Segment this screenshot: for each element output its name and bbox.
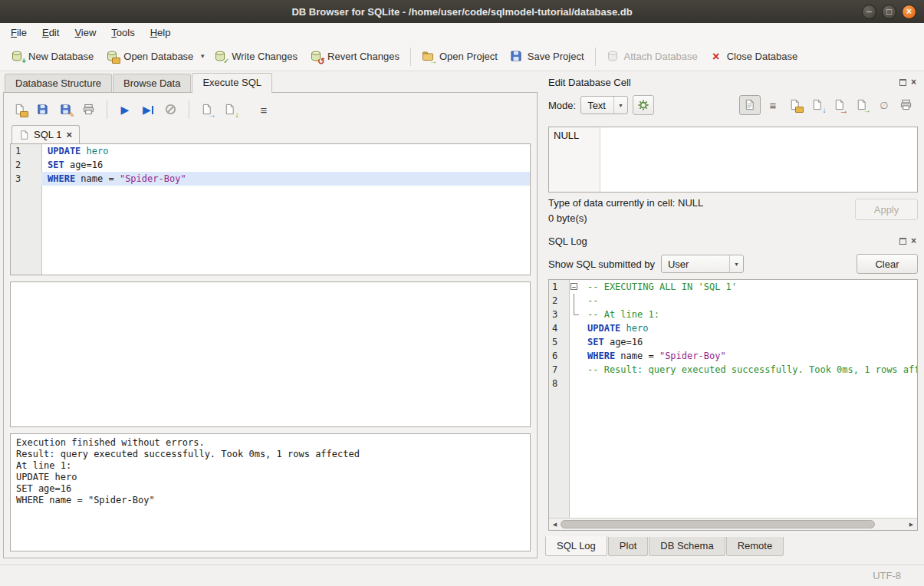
maximize-button[interactable]: □ [882,5,896,19]
code-line[interactable]: 8 [549,377,917,390]
open-sql-file-icon [14,104,27,117]
text-mode-button[interactable] [739,95,761,115]
format-sql-button[interactable]: ≡ [254,100,274,119]
code-text: WHERE name = "Spider-Boy" [581,349,917,363]
code-line[interactable]: 7-- Result: query executed successfully.… [549,363,917,377]
sql-log-lines: 1−-- EXECUTING ALL IN 'SQL 1'2--3-- At l… [549,280,917,390]
submitted-by-select[interactable]: User ▼ [661,255,744,273]
export-data-button[interactable]: → [852,96,872,114]
menu-help[interactable]: Help [143,25,179,41]
write-changes-button[interactable]: ✓ Write Changes [208,46,304,67]
close-button[interactable]: × [902,5,916,19]
code-line[interactable]: 3WHERE name = "Spider-Boy" [11,172,530,186]
tab-browse-data[interactable]: Browse Data [113,74,191,92]
folder-badge-icon [112,58,120,64]
save-data-button[interactable]: ↓ [807,96,827,114]
sql-editor[interactable]: 1UPDATE hero2SET age=163WHERE name = "Sp… [10,143,531,275]
set-null-button[interactable]: ∅ [874,96,894,114]
chevron-down-icon: ▼ [729,255,743,272]
new-database-button[interactable]: + New Database [5,46,100,67]
close-database-button[interactable]: × Close Database [704,47,804,67]
close-panel-icon[interactable]: × [911,237,916,245]
menu-edit[interactable]: Edit [35,25,67,41]
fold-spacer [569,349,581,363]
attach-database-icon [607,50,620,63]
code-text: UPDATE hero [41,144,530,158]
mode-select[interactable]: Text ▼ [580,96,628,114]
code-line[interactable]: 3-- At line 1: [549,308,917,321]
open-data-button[interactable] [785,96,805,114]
cell-editor[interactable]: NULL [548,127,918,193]
clear-log-button[interactable]: Clear [857,254,918,274]
export-csv-button[interactable]: → [197,100,217,119]
code-line[interactable]: 1UPDATE hero [11,144,530,158]
fold-marker[interactable]: − [569,280,581,294]
execute-all-button[interactable]: ▶ [115,100,135,119]
word-wrap-button[interactable]: ≡ [763,96,783,114]
sql-log-filter-row: Show SQL submitted by User ▼ Clear [548,253,918,275]
save-project-button[interactable]: Save Project [504,46,590,67]
tab-remote[interactable]: Remote [726,537,784,556]
encoding-indicator[interactable]: UTF-8 [873,570,901,581]
scrollbar-thumb[interactable] [561,520,875,528]
sql-tab[interactable]: SQL 1 × [12,125,80,143]
tab-sql-log[interactable]: SQL Log [545,536,607,556]
stop-execution-button[interactable] [161,100,181,119]
minimize-button[interactable]: – [862,5,876,19]
code-line[interactable]: 5SET age=16 [549,335,917,349]
cell-type-info: Type of data currently in cell: NULL [548,197,703,209]
save-as-view-button[interactable]: ↓ [220,100,240,119]
print-icon [83,104,96,117]
tab-database-structure[interactable]: Database Structure [5,74,112,92]
attach-database-button[interactable]: Attach Database [600,46,704,67]
code-line[interactable]: 2-- [549,294,917,308]
revert-changes-icon: ↺ [310,50,323,63]
execution-log[interactable]: Execution finished without errors. Resul… [10,433,531,551]
code-text: SET age=16 [41,158,530,172]
revert-changes-button[interactable]: ↺ Revert Changes [304,46,406,67]
dock-tabs: SQL Log Plot DB Schema Remote [544,537,918,558]
line-number: 3 [549,308,569,321]
code-text [581,377,917,390]
sql-toolbar-separator [189,100,189,119]
window-controls: – □ × [862,5,924,19]
tab-db-schema[interactable]: DB Schema [649,537,725,556]
sql-log-editor[interactable]: 1−-- EXECUTING ALL IN 'SQL 1'2--3-- At l… [549,280,917,518]
scroll-right-icon[interactable]: ▶ [906,519,917,530]
tab-plot[interactable]: Plot [608,537,648,556]
panel-splitter[interactable] [538,71,544,558]
auto-switch-mode-button[interactable] [633,95,654,115]
menu-view[interactable]: View [67,25,104,41]
horizontal-scrollbar[interactable]: ◀ ▶ [549,518,917,530]
code-line[interactable]: 1−-- EXECUTING ALL IN 'SQL 1' [549,280,917,294]
tab-execute-sql[interactable]: Execute SQL [192,73,272,93]
print-sql-button[interactable] [79,100,99,119]
cell-value: NULL [554,130,579,141]
close-database-label: Close Database [727,51,798,62]
code-line[interactable]: 4UPDATE hero [549,321,917,335]
code-line[interactable]: 2SET age=16 [11,158,530,172]
open-database-button[interactable]: Open Database [100,46,199,67]
fold-spacer [569,377,581,390]
chevron-down-icon: ▼ [613,97,627,114]
execute-current-line-icon: ▶ [143,104,151,115]
results-pane[interactable] [10,281,531,427]
print-cell-button[interactable] [896,96,916,114]
save-sql-file-button[interactable] [33,100,53,119]
float-panel-icon[interactable] [899,79,906,86]
menu-file[interactable]: File [3,25,35,41]
save-sql-as-button[interactable]: ✎ [56,100,76,119]
scroll-left-icon[interactable]: ◀ [549,519,561,530]
close-panel-icon[interactable]: × [911,78,916,86]
open-database-dropdown[interactable]: ▼ [197,48,208,64]
execute-all-icon: ▶ [121,104,130,115]
sql-tab-close-icon[interactable]: × [66,130,72,140]
apply-button[interactable]: Apply [855,199,918,220]
execute-current-line-button[interactable]: ▶ [138,100,158,119]
menu-tools[interactable]: Tools [104,25,142,41]
import-data-button[interactable]: → [830,96,850,114]
open-sql-file-button[interactable] [10,100,30,119]
code-line[interactable]: 6WHERE name = "Spider-Boy" [549,349,917,363]
open-project-button[interactable]: → Open Project [416,46,504,67]
float-panel-icon[interactable] [899,238,906,245]
